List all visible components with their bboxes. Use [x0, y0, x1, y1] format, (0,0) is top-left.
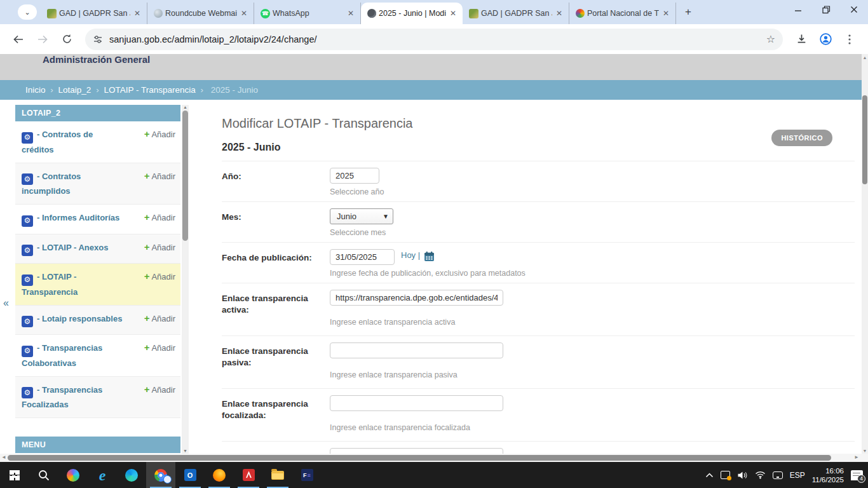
taskbar-firefox-button[interactable] [205, 462, 234, 488]
taskbar-internet-explorer-button[interactable]: e [88, 462, 117, 488]
browser-tab-gad-2[interactable]: GAD | GADPR San Jua ✕ [463, 3, 569, 24]
windows-update-tray-icon[interactable] [721, 471, 730, 479]
add-informes-auditorias-button[interactable]: +Añadir [144, 211, 175, 224]
enlace-activa-input[interactable] [330, 290, 503, 306]
sidebar-item-lotaip-transparencia[interactable]: ⚙- LOTAIP - Transparencia +Añadir [15, 264, 180, 306]
window-restore-button[interactable] [812, 0, 840, 19]
add-transparencias-colaborativas-button[interactable]: +Añadir [144, 341, 175, 354]
change-form: Año: Seleccione año Mes: Junio ▼ Selecci… [222, 161, 855, 454]
breadcrumb-link-inicio[interactable]: Inicio [25, 85, 46, 95]
tab-close-icon[interactable]: ✕ [555, 9, 564, 18]
reload-button[interactable] [57, 30, 76, 49]
enlace-pasiva-input[interactable] [330, 342, 503, 358]
sidebar-item-informes-auditorias[interactable]: ⚙- Informes Auditorías +Añadir [15, 205, 180, 234]
tab-close-icon[interactable]: ✕ [133, 9, 142, 18]
taskbar-acrobat-button[interactable] [234, 462, 263, 488]
notification-center-icon[interactable]: 4 [851, 470, 863, 480]
start-button[interactable] [0, 462, 29, 488]
taskbar-chrome-button[interactable] [146, 462, 175, 488]
url-text[interactable]: sanjuan.gob.ec/admin/lotaip_2/lotaipv2/2… [109, 34, 766, 44]
add-transparencias-focalizadas-button[interactable]: +Añadir [144, 383, 175, 396]
sidebar-item-contratos-incumplidos[interactable]: ⚙- Contratos incumplidos +Añadir [15, 163, 180, 205]
tab-close-icon[interactable]: ✕ [346, 9, 355, 18]
sidebar-item-label[interactable]: - Transparencias Focalizadas [22, 385, 102, 410]
language-indicator[interactable]: ESP [790, 471, 805, 480]
add-contratos-creditos-button[interactable]: +Añadir [144, 128, 175, 140]
profile-button[interactable] [816, 30, 835, 49]
sidebar-item-lotaip-responsables[interactable]: ⚙- Lotaip responsables +Añadir [15, 306, 180, 336]
add-lotaip-anexos-button[interactable]: +Añadir [144, 241, 175, 254]
volume-icon[interactable] [737, 471, 748, 480]
field-help-text: Ingrese enlace transparencia pasiva [330, 370, 503, 379]
sidebar-item-contratos-creditos[interactable]: ⚙- Contratos de créditos +Añadir [15, 121, 180, 163]
vertical-scrollbar-thumb[interactable] [862, 95, 867, 184]
sidebar-item-label[interactable]: - Lotaip responsables [37, 314, 122, 323]
add-lotaip-responsables-button[interactable]: +Añadir [144, 312, 175, 325]
browser-tab-gad-1[interactable]: GAD | GADPR San Jua ✕ [41, 3, 147, 24]
tab-close-icon[interactable]: ✕ [240, 9, 248, 18]
today-shortcut-link[interactable]: Hoy | [401, 250, 420, 260]
page-vertical-scrollbar[interactable]: ▲ ▼ [862, 54, 868, 454]
bookmark-star-icon[interactable]: ☆ [766, 33, 775, 45]
sidebar-item-label[interactable]: - Informes Auditorías [37, 213, 119, 222]
new-tab-button[interactable]: + [685, 6, 691, 18]
sidebar-scrollbar-thumb[interactable] [182, 111, 188, 241]
browser-tab-roundcube[interactable]: Roundcube Webmail ✕ [147, 3, 254, 24]
field-help-text: Ingrese fecha de publicación, exclusivo … [330, 269, 526, 278]
change-form-main: Modificar LOTAIP - Transparencia 2025 - … [215, 100, 855, 454]
mes-select[interactable]: Junio ▼ [330, 208, 393, 224]
scroll-up-arrow-icon[interactable]: ▲ [862, 54, 868, 60]
breadcrumb-link-lotaip2[interactable]: Lotaip_2 [58, 85, 92, 95]
browser-tab-whatsapp[interactable]: ☎ WhatsApp ✕ [254, 3, 361, 24]
scroll-up-arrow-icon[interactable]: ▲ [182, 105, 189, 109]
calendar-icon[interactable] [424, 253, 435, 264]
sidebar-item-transparencias-colaborativas[interactable]: ⚙- Transparencias Colaborativas +Añadir [15, 335, 180, 377]
scroll-right-arrow-icon[interactable]: ► [854, 454, 859, 460]
browser-tab-portal[interactable]: Portal Nacional de Tra ✕ [569, 3, 676, 24]
forward-button[interactable] [33, 30, 52, 49]
add-lotaip-transparencia-button[interactable]: +Añadir [144, 270, 175, 283]
sidebar-section-menu[interactable]: MENU [15, 437, 180, 453]
wifi-icon[interactable] [755, 471, 766, 479]
sidebar-collapse-toggle[interactable]: « [3, 297, 9, 309]
fecha-publicacion-input[interactable] [330, 249, 395, 265]
sidebar-item-transparencias-focalizadas[interactable]: ⚙- Transparencias Focalizadas +Añadir [15, 377, 180, 419]
scroll-down-arrow-icon[interactable]: ▼ [862, 447, 868, 453]
tray-chevron-up-icon[interactable] [705, 473, 714, 478]
tab-close-icon[interactable]: ✕ [661, 9, 670, 18]
chrome-menu-button[interactable] [840, 30, 859, 49]
anio-input[interactable] [330, 168, 379, 184]
field-help-text: Ingrese enlace transparencia activa [330, 318, 503, 327]
page-horizontal-scrollbar[interactable]: ◄ ► [0, 454, 868, 462]
back-button[interactable] [9, 30, 28, 49]
add-contratos-incumplidos-button[interactable]: +Añadir [144, 170, 175, 182]
sidebar-scrollbar[interactable]: ▲ ▼ [182, 105, 189, 454]
taskbar-edge-button[interactable] [117, 462, 146, 488]
taskbar-copilot-button[interactable] [58, 462, 88, 488]
enlace-focalizada-input[interactable] [330, 395, 503, 411]
tab-close-icon[interactable]: ✕ [449, 9, 458, 18]
taskbar-fs-app-button[interactable]: F≡ [292, 462, 322, 488]
window-minimize-button[interactable] [784, 0, 812, 19]
downloads-button[interactable] [792, 30, 811, 49]
sidebar-item-lotaip-anexos[interactable]: ⚙- LOTAIP - Anexos +Añadir [15, 234, 180, 264]
taskbar-outlook-button[interactable]: O [175, 462, 205, 488]
enlace-partial-input[interactable] [330, 448, 503, 454]
scroll-down-arrow-icon[interactable]: ▼ [182, 449, 189, 453]
sidebar-item-label[interactable]: - Transparencias Colaborativas [22, 343, 102, 368]
tab-search-button[interactable]: ⌄ [18, 4, 37, 20]
historico-button[interactable]: HISTÓRICO [771, 130, 832, 146]
address-bar[interactable]: sanjuan.gob.ec/admin/lotaip_2/lotaipv2/2… [85, 29, 783, 50]
taskbar-file-explorer-button[interactable] [263, 462, 292, 488]
window-close-button[interactable] [840, 0, 868, 19]
site-header-title[interactable]: Administración General [43, 54, 150, 65]
breadcrumb-link-lotaip-transparencia[interactable]: LOTAIP - Transparencia [104, 85, 195, 95]
cast-display-tray-icon[interactable] [773, 471, 783, 479]
browser-tab-active-junio[interactable]: 2025 - Junio | Modific ✕ [361, 3, 463, 24]
scroll-left-arrow-icon[interactable]: ◄ [1, 454, 6, 460]
taskbar-search-button[interactable] [29, 462, 58, 488]
horizontal-scrollbar-thumb[interactable] [8, 455, 831, 461]
clock[interactable]: 16:06 11/6/2025 [812, 466, 844, 484]
sidebar-section-lotaip2[interactable]: LOTAIP_2 [15, 105, 180, 121]
sidebar-item-label[interactable]: - LOTAIP - Anexos [37, 243, 108, 252]
